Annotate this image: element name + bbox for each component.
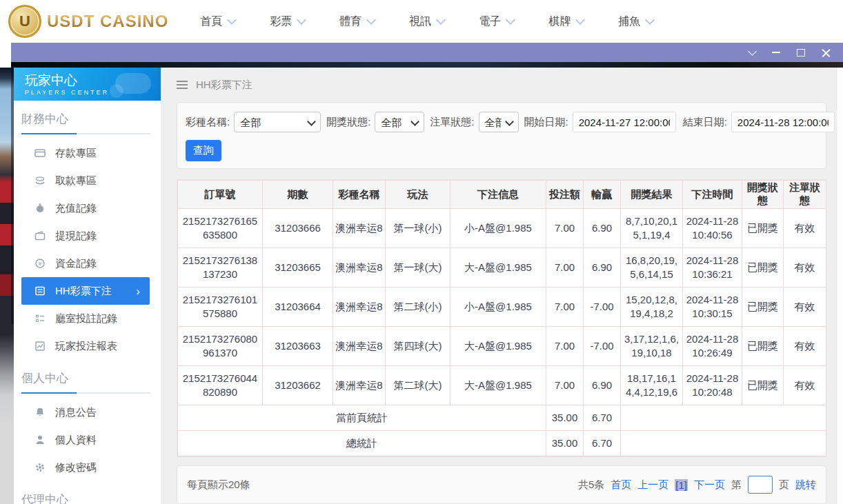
- chevron-down-icon: [575, 14, 585, 24]
- nav-item[interactable]: 彩票: [270, 14, 305, 29]
- main-content: HH彩票下注 彩種名稱: 全部 開獎狀態: 全部 注單狀態: 全部 開始日期: …: [161, 68, 836, 504]
- page-jump-input[interactable]: [748, 476, 773, 494]
- window-maximize-icon[interactable]: [797, 49, 805, 57]
- bets-table-wrap: 訂單號期數彩種名稱玩法下注信息投注額輸贏開獎結果下注時間開獎狀態注單狀態 215…: [177, 179, 826, 457]
- chevron-down-icon: [366, 14, 376, 24]
- window-titlebar: [11, 43, 843, 62]
- cell: 澳洲幸运8: [333, 288, 386, 327]
- end-date-label: 結束日期:: [683, 116, 727, 129]
- cell: [621, 431, 826, 456]
- cell: 31203664: [263, 288, 333, 327]
- bell-icon: [34, 407, 47, 418]
- cell: 6.90: [584, 366, 621, 405]
- sidebar-item-funds-record[interactable]: ¥資金記錄: [21, 250, 150, 277]
- order-status-select[interactable]: 全部: [479, 112, 518, 132]
- window-close-icon[interactable]: [822, 48, 831, 57]
- cell: 7.00: [546, 209, 584, 248]
- start-date-input[interactable]: [573, 112, 676, 132]
- nav-item[interactable]: 捕魚: [618, 14, 653, 29]
- person-icon: [34, 434, 47, 445]
- search-button[interactable]: 查詢: [186, 140, 221, 161]
- column-header: 輸贏: [584, 181, 621, 209]
- nav-item-label: 視訊: [409, 14, 431, 29]
- cell: 2152173276138137230: [178, 248, 263, 288]
- cell: 有效: [784, 209, 826, 248]
- cell: 6.90: [584, 248, 621, 288]
- background-gray-strip: [0, 424, 14, 504]
- window-background-strip: [11, 62, 843, 68]
- cell: 已開獎: [742, 366, 784, 405]
- nav-item[interactable]: 電子: [479, 14, 514, 29]
- sidebar-item-room-bets[interactable]: 廳室投註記錄: [21, 305, 150, 332]
- column-header: 玩法: [386, 181, 450, 209]
- cell: 第二球(大): [386, 366, 450, 405]
- sidebar-item-gear[interactable]: 修改密碼: [21, 454, 150, 481]
- scrollbar-track[interactable]: [836, 68, 843, 504]
- column-header: 注單狀態: [784, 181, 826, 209]
- sidebar-item-label: 資金記錄: [55, 257, 97, 270]
- sidebar-section-header: 財務中心: [14, 101, 161, 139]
- chevron-right-icon: ›: [136, 285, 140, 297]
- window-minimize-icon[interactable]: [772, 52, 780, 53]
- sidebar-item-lottery-bets[interactable]: HH彩票下注›: [21, 277, 150, 305]
- svg-text:¥: ¥: [38, 261, 42, 267]
- sidebar-item-bell[interactable]: 消息公告: [21, 399, 150, 426]
- nav-item[interactable]: 體育: [339, 14, 375, 29]
- sidebar-item-person[interactable]: 個人資料: [21, 426, 150, 454]
- summary-row: 當前頁統計35.006.70: [178, 405, 826, 431]
- deposit-icon: [34, 148, 47, 159]
- prev-page-link[interactable]: 上一页: [637, 478, 668, 492]
- lottery-name-select[interactable]: 全部: [235, 112, 320, 132]
- brand-title: USDT CASINO: [47, 12, 168, 31]
- sidebar-item-label: HH彩票下注: [55, 285, 112, 298]
- lottery-bets-icon: [34, 285, 47, 296]
- nav-item-label: 捕魚: [618, 14, 640, 29]
- chevron-down-icon: [436, 14, 446, 24]
- sidebar-subtitle: PLAYERS CENTER: [25, 89, 161, 96]
- nav-item[interactable]: 棋牌: [548, 14, 584, 29]
- sidebar-item-withdraw[interactable]: 取款專區: [21, 167, 150, 194]
- draw-status-select[interactable]: 全部: [375, 112, 424, 132]
- cell: 18,17,16,14,4,12,19,6: [621, 366, 683, 405]
- table-header-row: 訂單號期數彩種名稱玩法下注信息投注額輸贏開獎結果下注時間開獎狀態注單狀態: [178, 181, 826, 209]
- cell: 2024-11-28 10:40:56: [683, 209, 742, 248]
- cell: 有效: [784, 248, 826, 288]
- room-bets-icon: [34, 313, 47, 324]
- cell: -7.00: [584, 288, 621, 327]
- cell: 第一球(大): [386, 248, 450, 288]
- brand-logo[interactable]: U USDT CASINO: [8, 5, 168, 38]
- table-row: 215217327613813723031203665澳洲幸运8第一球(大)大-…: [178, 248, 826, 288]
- sidebar-item-recharge-record[interactable]: 充值記錄: [21, 194, 150, 222]
- page-size-text: 每頁顯示20條: [187, 478, 250, 492]
- first-page-link[interactable]: 首页: [611, 478, 631, 492]
- cell: 澳洲幸运8: [333, 248, 386, 288]
- column-header: 彩種名稱: [333, 181, 386, 209]
- chevron-down-icon: [297, 14, 306, 24]
- cell: 有效: [784, 327, 826, 366]
- end-date-input[interactable]: [731, 112, 835, 132]
- sidebar-item-withdrawal-record[interactable]: 提現記錄: [21, 222, 150, 250]
- sidebar-item-report[interactable]: 玩家投注報表: [21, 332, 150, 360]
- current-page-indicator[interactable]: [1]: [675, 479, 688, 491]
- nav-item-label: 彩票: [270, 14, 292, 29]
- next-page-link[interactable]: 下一页: [694, 478, 725, 492]
- sidebar-item-label: 廳室投註記錄: [55, 312, 117, 325]
- cell: 31203662: [263, 366, 333, 405]
- pagination-bar: 每頁顯示20條 共5条 首页 上一页 [1] 下一页 第 页 跳转: [177, 465, 826, 504]
- sidebar-item-deposit[interactable]: 存款專區: [21, 139, 150, 167]
- sidebar-header: 玩家中心 PLAYERS CENTER: [14, 68, 161, 101]
- column-header: 開獎狀態: [742, 181, 784, 209]
- recharge-record-icon: [34, 203, 47, 214]
- sidebar: 玩家中心 PLAYERS CENTER 財務中心存款專區取款專區充值記錄提現記錄…: [14, 68, 161, 504]
- window-chevron-down-icon[interactable]: [748, 47, 757, 56]
- nav-item-label: 體育: [339, 14, 361, 29]
- nav-item[interactable]: 視訊: [409, 14, 444, 29]
- cell: 已開獎: [742, 209, 784, 248]
- hamburger-icon[interactable]: [177, 84, 188, 85]
- sidebar-item-label: 取款專區: [55, 174, 97, 188]
- column-header: 下注信息: [450, 181, 546, 209]
- cell: 31203665: [263, 248, 333, 288]
- jump-button[interactable]: 跳转: [795, 478, 816, 492]
- cell: 35.00: [546, 431, 584, 456]
- nav-item[interactable]: 首頁: [200, 14, 235, 29]
